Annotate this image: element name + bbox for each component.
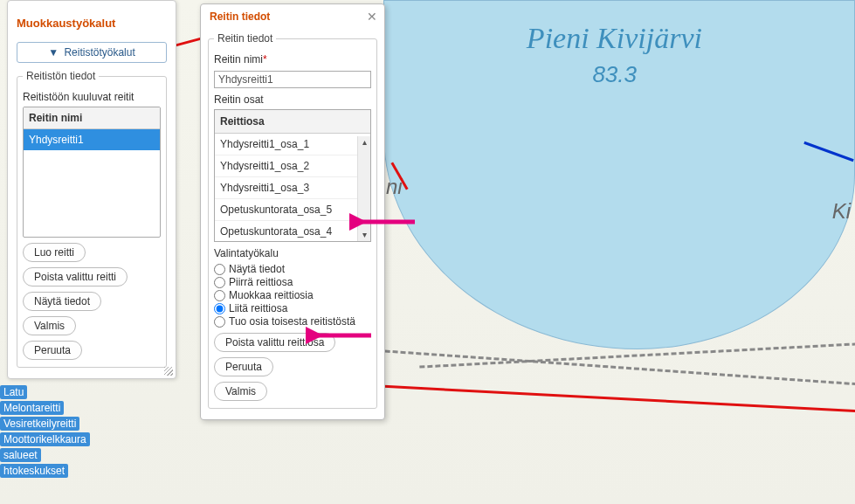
lake-name: Pieni Kivijärvi	[527, 22, 702, 55]
radio-edit[interactable]: Muokkaa reittiosia	[214, 289, 371, 301]
name-label: Reitin nimi*	[214, 53, 371, 66]
fieldset-legend: Reitistön tiedot	[23, 70, 99, 82]
create-route-button[interactable]: Luo reitti	[23, 243, 86, 262]
dialog-fieldset-legend: Reitin tiedot	[214, 32, 276, 45]
parts-header: Reittiosa	[215, 110, 370, 134]
list-item[interactable]: Yhdysreitti1_osa_2	[215, 155, 370, 177]
delete-route-button[interactable]: Poista valittu reitti	[23, 267, 128, 287]
legend-item[interactable]: Latu	[0, 385, 27, 399]
radio-show[interactable]: Näytä tiedot	[214, 263, 371, 275]
dialog-cancel-button[interactable]: Peruuta	[214, 357, 273, 376]
list-item[interactable]: Yhdysreitti1_osa_1	[215, 134, 370, 155]
done-button[interactable]: Valmis	[23, 316, 76, 335]
area-label-right: Ki	[832, 199, 851, 224]
close-icon[interactable]: ✕	[367, 10, 377, 24]
parts-label: Reitin osat	[214, 93, 371, 106]
routes-list[interactable]: Reitin nimi Yhdysreitti1	[23, 107, 161, 238]
show-info-button[interactable]: Näytä tiedot	[23, 292, 101, 311]
legend-item[interactable]: htokeskukset	[0, 464, 68, 478]
resize-grip-icon[interactable]	[164, 367, 173, 376]
panel-title: Muokkaustyökalut	[17, 8, 167, 42]
parts-list[interactable]: Reittiosa Yhdysreitti1_osa_1 Yhdysreitti…	[214, 109, 371, 242]
list-item[interactable]: Yhdysreitti1_osa_3	[215, 177, 370, 199]
annotation-arrow-icon	[349, 210, 419, 234]
dialog-done-button[interactable]: Valmis	[214, 382, 267, 401]
list-item[interactable]: Opetuskuntorata_osa_5	[215, 199, 370, 221]
lake-elevation: 83.3	[592, 61, 637, 88]
annotation-arrow-icon	[306, 323, 376, 348]
radio-draw[interactable]: Piirrä reittiosa	[214, 276, 371, 288]
legend-item[interactable]: Vesiretkeilyreitti	[0, 417, 79, 431]
dialog-title: Reitin tiedot	[210, 10, 270, 23]
route-name-input[interactable]	[214, 71, 371, 88]
list-header: Reitin nimi	[24, 107, 160, 129]
legend: Latu Melontareitti Vesiretkeilyreitti Mo…	[0, 384, 90, 479]
routes-fieldset: Reitistön tiedot Reitistöön kuuluvat rei…	[17, 70, 167, 368]
caret-down-icon: ▼	[48, 46, 59, 59]
legend-item[interactable]: Moottorikelkkaura	[0, 432, 90, 446]
legend-item[interactable]: salueet	[0, 448, 41, 462]
cancel-button[interactable]: Peruuta	[23, 341, 82, 360]
list-item[interactable]: Yhdysreitti1	[24, 129, 160, 150]
trail-line	[376, 384, 855, 412]
list-item[interactable]: Opetuskuntorata_osa_4	[215, 221, 370, 238]
selection-radio-group: Näytä tiedot Piirrä reittiosa Muokkaa re…	[214, 263, 371, 328]
routes-label: Reitistöön kuuluvat reitit	[23, 91, 161, 103]
legend-item[interactable]: Melontareitti	[0, 401, 64, 415]
route-tools-toggle[interactable]: ▼ Reitistötyökalut	[17, 42, 167, 63]
selection-tool-label: Valintatyökalu	[214, 247, 371, 259]
scroll-up-icon[interactable]: ▴	[360, 136, 369, 148]
toggle-label: Reitistötyökalut	[64, 46, 134, 59]
tools-panel: Muokkaustyökalut ▼ Reitistötyökalut Reit…	[7, 0, 176, 379]
radio-attach[interactable]: Liitä reittiosa	[214, 302, 371, 314]
